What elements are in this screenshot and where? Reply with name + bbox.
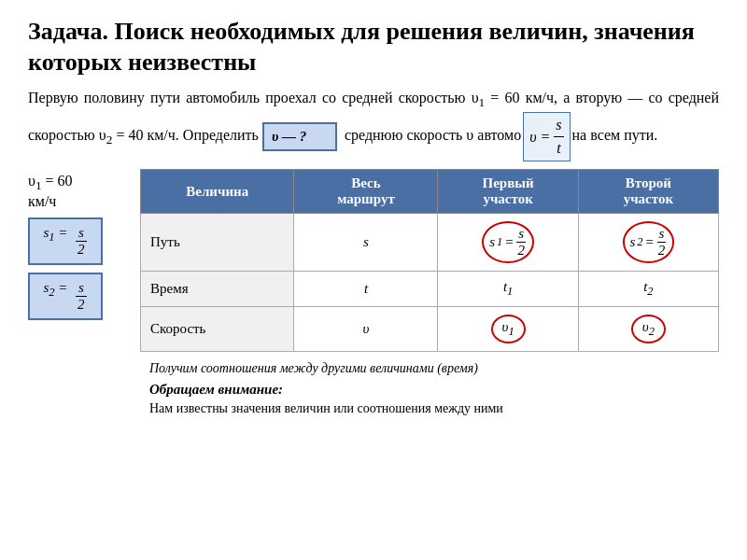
bottom-line2: Обращаем внимание: — [149, 380, 719, 399]
oval-s2: s2 = s 2 — [623, 221, 675, 263]
cell-speed-second: υ2 — [578, 307, 718, 352]
unknown-box: υ — ? — [262, 122, 337, 151]
s1-box: s1 = s 2 — [28, 217, 103, 265]
cell-speed-first: υ1 — [438, 307, 578, 352]
bottom-line1: Получим соотношения между другими величи… — [149, 359, 719, 378]
table-row-path: Путь s s1 = s 2 s2 = — [141, 214, 719, 272]
cell-time-second: t2 — [578, 272, 718, 307]
v1-value: υ1 = 60км/ч — [28, 173, 131, 210]
row-label-speed: Скорость — [141, 307, 294, 352]
bottom-text: Получим соотношения между другими величи… — [140, 359, 719, 417]
row-label-path: Путь — [141, 214, 294, 272]
s2-box: s2 = s 2 — [28, 273, 103, 320]
problem-text: Первую половину пути автомобиль проехал … — [28, 87, 719, 161]
table-row-speed: Скорость υ υ1 υ2 — [141, 307, 719, 352]
formula-hint: υ = s t — [523, 112, 570, 161]
col-header-second: Второйучасток — [578, 170, 718, 214]
oval-v2: υ2 — [631, 315, 666, 343]
bottom-line3: Нам известны значения величин или соотно… — [149, 399, 719, 418]
cell-speed-full: υ — [294, 307, 438, 352]
table-row-time: Время t t1 t2 — [141, 272, 719, 307]
cell-path-first: s1 = s 2 — [438, 214, 578, 272]
oval-s1: s1 = s 2 — [482, 221, 534, 263]
cell-path-full: s — [294, 214, 438, 272]
left-panel: υ1 = 60км/ч s1 = s 2 s2 = s 2 — [28, 169, 131, 417]
data-table: Величина Весьмаршрут Первыйучасток Второ… — [140, 169, 719, 352]
col-header-full: Весьмаршрут — [294, 170, 438, 214]
cell-time-full: t — [294, 272, 438, 307]
row-label-time: Время — [141, 272, 294, 307]
page-title: Задача. Поиск необходимых для решения ве… — [28, 17, 719, 77]
cell-path-second: s2 = s 2 — [578, 214, 718, 272]
col-header-first: Первыйучасток — [438, 170, 578, 214]
oval-v1: υ1 — [491, 315, 526, 343]
col-header-magnitude: Величина — [141, 170, 294, 214]
right-panel: Величина Весьмаршрут Первыйучасток Второ… — [140, 169, 719, 417]
cell-time-first: t1 — [438, 272, 578, 307]
